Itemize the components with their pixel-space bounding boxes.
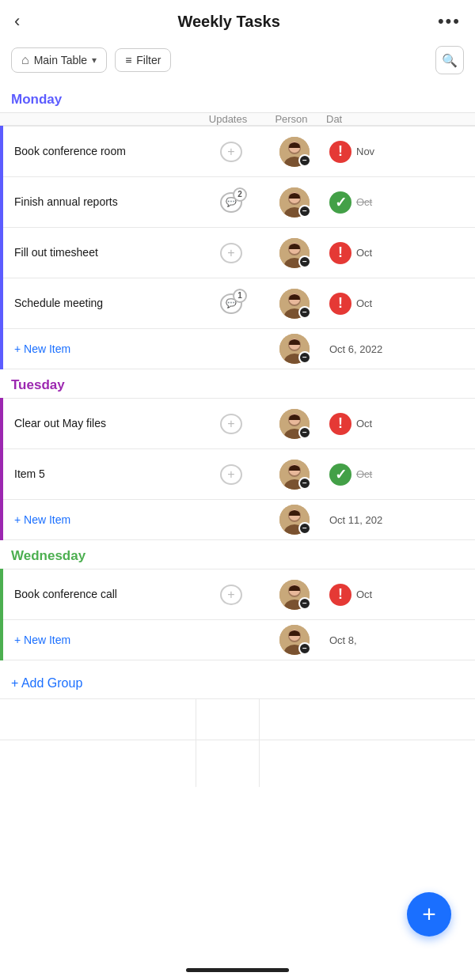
filter-button[interactable]: ≡ Filter bbox=[115, 48, 171, 72]
avatar-wrap: − bbox=[279, 460, 310, 490]
filter-label: Filter bbox=[136, 54, 161, 66]
group-header-wednesday: Wednesday bbox=[0, 540, 475, 569]
status-icon-red: ! bbox=[329, 242, 352, 264]
table-row: Clear out May files + bbox=[3, 398, 475, 448]
status-icon-red: ! bbox=[329, 293, 352, 315]
task-date-cell: ! Oct bbox=[326, 242, 475, 264]
task-updates-cell[interactable]: + bbox=[200, 582, 263, 607]
avatar-minus-badge: − bbox=[298, 477, 311, 490]
task-date-cell: ✓ Oct bbox=[326, 191, 475, 214]
chat-icon: + bbox=[218, 139, 244, 165]
date-text: Oct bbox=[356, 468, 372, 480]
new-item-button-monday[interactable]: + New Item bbox=[3, 335, 200, 363]
group-table-tuesday: Clear out May files + bbox=[0, 398, 475, 540]
avatar-minus-badge: − bbox=[298, 642, 311, 655]
app-header: ‹ Weekly Tasks ••• bbox=[0, 0, 475, 40]
avatar-wrap: − bbox=[279, 580, 310, 610]
chat-bubble: 💬 2 bbox=[220, 192, 242, 213]
task-updates-cell[interactable]: 💬 2 bbox=[200, 190, 263, 215]
task-name: Finish annual reports bbox=[3, 187, 200, 217]
task-updates-cell[interactable]: + bbox=[200, 240, 263, 266]
status-icon-red: ! bbox=[329, 141, 352, 163]
status-icon-green: ✓ bbox=[329, 191, 352, 214]
home-indicator bbox=[186, 968, 289, 972]
empty-row-area-2 bbox=[0, 740, 475, 787]
task-person-cell[interactable]: − bbox=[263, 580, 326, 610]
task-updates-cell[interactable]: + bbox=[200, 139, 263, 165]
status-icon-green: ✓ bbox=[329, 464, 352, 486]
page-title: Weekly Tasks bbox=[177, 13, 279, 31]
new-item-person-wednesday: − bbox=[263, 625, 326, 655]
column-headers: Updates Person Dat bbox=[0, 112, 475, 126]
status-icon-red: ! bbox=[329, 584, 352, 606]
avatar-wrap: − bbox=[279, 409, 310, 439]
avatar-wrap: − bbox=[279, 238, 310, 268]
table-row: Finish annual reports 💬 2 bbox=[3, 176, 475, 227]
task-name: Clear out May files bbox=[3, 408, 200, 438]
task-person-cell[interactable]: − bbox=[263, 289, 326, 319]
table-label: Main Table bbox=[34, 54, 87, 66]
col-date-header: Dat bbox=[323, 113, 475, 125]
avatar-minus-badge: − bbox=[298, 597, 311, 610]
col-person-header: Person bbox=[260, 113, 323, 125]
avatar-minus-badge: − bbox=[298, 306, 311, 319]
back-button[interactable]: ‹ bbox=[14, 11, 20, 32]
group-table-wednesday: Book conference call + bbox=[0, 569, 475, 660]
group-label-tuesday: Tuesday bbox=[11, 377, 65, 393]
date-text: Oct bbox=[356, 297, 372, 309]
date-text: Oct bbox=[356, 247, 372, 259]
task-name: Fill out timesheet bbox=[3, 237, 200, 267]
new-item-button-wednesday[interactable]: + New Item bbox=[3, 626, 200, 654]
main-table: Monday Updates Person Dat Book conferenc… bbox=[0, 84, 475, 787]
task-date-cell: ! Oct bbox=[326, 293, 475, 315]
task-person-cell[interactable]: − bbox=[263, 187, 326, 218]
group-table-monday: Book conference room + bbox=[0, 126, 475, 369]
new-item-person-monday: − bbox=[263, 334, 326, 364]
search-button[interactable]: 🔍 bbox=[435, 46, 464, 74]
avatar-wrap: − bbox=[279, 625, 310, 655]
task-name: Book conference room bbox=[3, 136, 200, 166]
task-updates-cell[interactable]: 💬 1 bbox=[200, 291, 263, 316]
task-updates-cell[interactable]: + bbox=[200, 462, 263, 487]
task-name: Book conference call bbox=[3, 579, 200, 609]
table-row: Book conference call + bbox=[3, 569, 475, 619]
table-selector-button[interactable]: ⌂ Main Table ▾ bbox=[11, 47, 107, 73]
table-row: Item 5 + bbox=[3, 448, 475, 499]
status-icon-red: ! bbox=[329, 413, 352, 435]
new-item-date-wednesday: Oct 8, bbox=[326, 634, 475, 646]
chat-icon: + bbox=[218, 582, 244, 607]
col-updates-header: Updates bbox=[196, 113, 260, 125]
task-person-cell[interactable]: − bbox=[263, 238, 326, 268]
avatar-minus-badge: − bbox=[298, 154, 311, 167]
task-person-cell[interactable]: − bbox=[263, 137, 326, 167]
chat-icon: + bbox=[218, 462, 244, 487]
task-person-cell[interactable]: − bbox=[263, 460, 326, 490]
col-task-header bbox=[0, 115, 196, 124]
new-item-button-tuesday[interactable]: + New Item bbox=[3, 505, 200, 534]
chat-bubble: 💬 1 bbox=[220, 293, 242, 314]
avatar-wrap: − bbox=[279, 334, 310, 364]
task-date-cell: ! Oct bbox=[326, 413, 475, 435]
date-text: Oct bbox=[356, 588, 372, 600]
fab-add-button[interactable]: + bbox=[407, 892, 451, 936]
add-group-button[interactable]: + Add Group bbox=[11, 676, 82, 690]
chat-bubble: + bbox=[220, 142, 242, 162]
group-label-wednesday: Wednesday bbox=[11, 548, 86, 564]
task-date-cell: ✓ Oct bbox=[326, 464, 475, 486]
avatar-minus-badge: − bbox=[298, 426, 311, 439]
avatar-minus-badge: − bbox=[298, 351, 311, 364]
more-button[interactable]: ••• bbox=[438, 11, 461, 32]
avatar-wrap: − bbox=[279, 187, 310, 218]
avatar-wrap: − bbox=[279, 289, 310, 319]
date-text: Oct bbox=[356, 196, 372, 208]
avatar-minus-badge: − bbox=[298, 255, 311, 268]
task-person-cell[interactable]: − bbox=[263, 409, 326, 439]
task-name: Schedule meeting bbox=[3, 288, 200, 318]
new-item-date-monday: Oct 6, 2022 bbox=[326, 343, 475, 355]
chat-icon: + bbox=[218, 411, 244, 437]
chat-bubble: + bbox=[220, 585, 242, 605]
date-text: Nov bbox=[356, 146, 374, 157]
chat-bubble: + bbox=[220, 414, 242, 434]
task-updates-cell[interactable]: + bbox=[200, 411, 263, 437]
empty-row-area bbox=[0, 698, 475, 740]
